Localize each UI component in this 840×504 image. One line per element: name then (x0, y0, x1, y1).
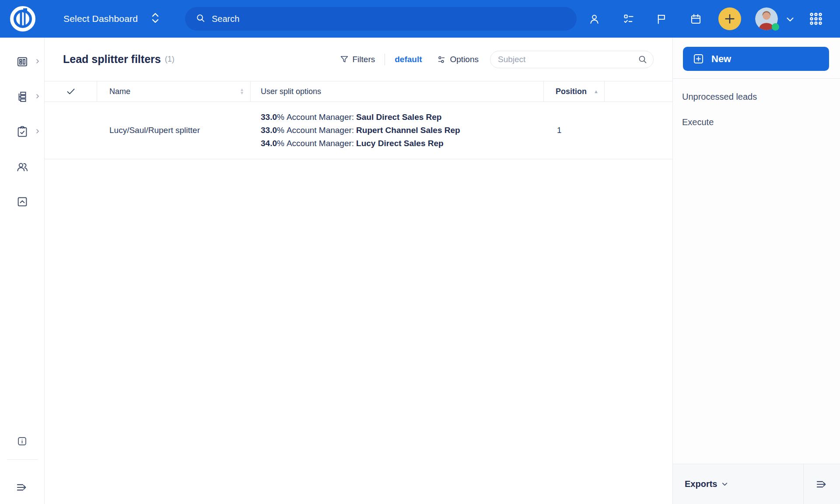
sort-toggle-icon[interactable]: ▲ ▼ (240, 88, 244, 95)
split-option-line: 33.0%Account Manager:Saul Direct Sales R… (261, 112, 441, 122)
panel-links: Unprocessed leads Execute (673, 79, 840, 135)
main-content: Lead splitter filters (1) Filters defaul… (45, 38, 672, 504)
new-button-label: New (711, 53, 731, 65)
info-icon (16, 435, 28, 447)
new-button[interactable]: New (683, 47, 829, 71)
page-title: Lead splitter filters (63, 53, 161, 66)
sidebar-item-imports[interactable] (0, 184, 44, 219)
panel-collapse-button[interactable] (803, 464, 840, 504)
user-menu-chevron[interactable] (784, 14, 796, 25)
clipboard-check-icon (16, 125, 29, 138)
row-name-cell: Lucy/Saul/Rupert splitter (97, 102, 251, 159)
row-actions-cell (605, 102, 672, 159)
options-label: Options (450, 55, 479, 64)
sidebar (0, 38, 45, 504)
global-search-input[interactable]: Search (185, 7, 577, 31)
table-header-row: Name ▲ ▼ User split options Position ▲ (45, 81, 672, 102)
tasks-button[interactable] (620, 10, 637, 28)
position-value: 1 (557, 126, 562, 135)
person-icon (588, 13, 600, 25)
funnel-icon (340, 55, 349, 64)
split-option-line: 34.0%Account Manager:Lucy Direct Sales R… (261, 139, 444, 148)
chevron-down-icon (784, 14, 796, 25)
sidebar-info-button[interactable] (0, 435, 44, 447)
people-icon (16, 160, 29, 173)
split-options-header-label: User split options (261, 87, 321, 96)
chevron-right-icon (35, 128, 40, 136)
row-split-options-cell: 33.0%Account Manager:Saul Direct Sales R… (251, 102, 544, 159)
contacts-button[interactable] (585, 10, 603, 28)
table-row[interactable]: Lucy/Saul/Rupert splitter 33.0%Account M… (45, 102, 672, 159)
grid-dots-icon (808, 11, 823, 26)
sidebar-item-structure[interactable] (0, 79, 44, 114)
sidebar-expand-button[interactable] (0, 480, 44, 494)
online-status-dot (772, 23, 779, 31)
dashboard-selector-label: Select Dashboard (63, 14, 138, 24)
chevron-down-icon (721, 480, 728, 490)
dashboard-selector[interactable]: Select Dashboard (63, 0, 160, 38)
search-icon[interactable] (637, 54, 648, 66)
top-navigation-bar: Select Dashboard Search (0, 0, 840, 38)
action-panel: New Unprocessed leads Execute Exports (672, 38, 840, 504)
new-section: New (673, 38, 840, 79)
page-header: Lead splitter filters (1) Filters defaul… (45, 38, 672, 81)
plus-icon (723, 12, 736, 25)
flag-icon (655, 13, 667, 25)
plus-square-icon (693, 53, 704, 65)
sort-ascending-icon: ▲ (594, 89, 598, 94)
sidebar-item-dashboard[interactable] (0, 44, 44, 79)
search-icon (196, 13, 206, 25)
sidebar-item-users[interactable] (0, 149, 44, 184)
chevron-up-square-icon (16, 195, 29, 208)
column-header-position[interactable]: Position ▲ (544, 81, 605, 102)
user-avatar[interactable] (755, 7, 778, 30)
select-all-header[interactable] (45, 81, 97, 102)
collapse-arrow-icon (815, 477, 829, 491)
options-button[interactable]: Options (437, 55, 479, 64)
row-select-cell[interactable] (45, 102, 97, 159)
column-header-actions (605, 81, 672, 102)
split-option-line: 33.0%Account Manager:Rupert Channel Sale… (261, 126, 460, 135)
panel-item-execute[interactable]: Execute (673, 109, 840, 135)
quick-add-button[interactable] (718, 7, 741, 30)
subject-search-input[interactable] (490, 51, 654, 68)
search-placeholder: Search (212, 14, 239, 24)
tree-structure-icon (16, 90, 29, 103)
sliders-icon (437, 55, 447, 64)
app-logo-icon[interactable] (10, 6, 36, 32)
default-filter-link[interactable]: default (395, 55, 422, 64)
chevron-right-icon (35, 58, 40, 66)
calendar-icon (690, 13, 702, 25)
filters-label: Filters (353, 55, 375, 64)
exports-dropdown[interactable]: Exports (673, 464, 803, 504)
position-header-label: Position (556, 87, 587, 96)
column-header-split-options[interactable]: User split options (251, 81, 544, 102)
sidebar-divider (7, 459, 38, 460)
up-down-chevrons-icon (151, 12, 160, 26)
dashboard-icon (16, 55, 29, 68)
exports-label: Exports (685, 479, 717, 489)
calendar-button[interactable] (687, 10, 704, 28)
toolbar-divider (385, 54, 385, 65)
panel-footer: Exports (673, 464, 840, 504)
app-grid-button[interactable] (808, 11, 823, 26)
list-toolbar: Filters default Options (340, 38, 654, 81)
splitter-name: Lucy/Saul/Rupert splitter (109, 126, 200, 135)
subject-search (490, 51, 654, 68)
check-icon (65, 86, 77, 97)
record-count: (1) (165, 55, 175, 64)
content-frame: Lead splitter filters (1) Filters defaul… (0, 38, 840, 504)
expand-arrow-icon (15, 480, 29, 494)
column-header-name[interactable]: Name ▲ ▼ (97, 81, 251, 102)
name-header-label: Name (109, 87, 130, 96)
sort-down-icon: ▼ (240, 91, 244, 95)
flags-button[interactable] (652, 10, 670, 28)
sidebar-item-forms[interactable] (0, 114, 44, 149)
row-position-cell: 1 (544, 102, 605, 159)
checklist-icon (623, 13, 634, 25)
panel-item-unprocessed-leads[interactable]: Unprocessed leads (673, 84, 840, 109)
chevron-right-icon (35, 93, 40, 101)
filters-button[interactable]: Filters (340, 55, 375, 64)
